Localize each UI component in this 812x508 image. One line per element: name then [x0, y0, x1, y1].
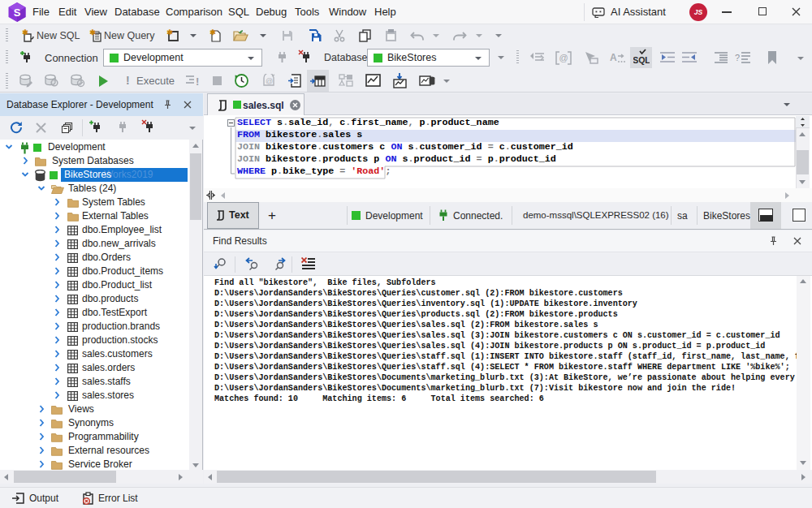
svg-text:✱: ✱	[89, 29, 96, 37]
svg-text:S: S	[14, 6, 21, 19]
svg-text:✱: ✱	[166, 29, 173, 37]
svg-text:@: @	[266, 77, 273, 85]
svg-text:✱: ✱	[22, 29, 28, 37]
svg-text:SQL: SQL	[633, 55, 650, 65]
svg-text:✱: ✱	[209, 29, 216, 37]
svg-text:A: A	[610, 52, 617, 63]
svg-text:!: !	[196, 75, 199, 87]
svg-text:?: ?	[735, 53, 740, 62]
svg-text:@: @	[559, 53, 568, 62]
